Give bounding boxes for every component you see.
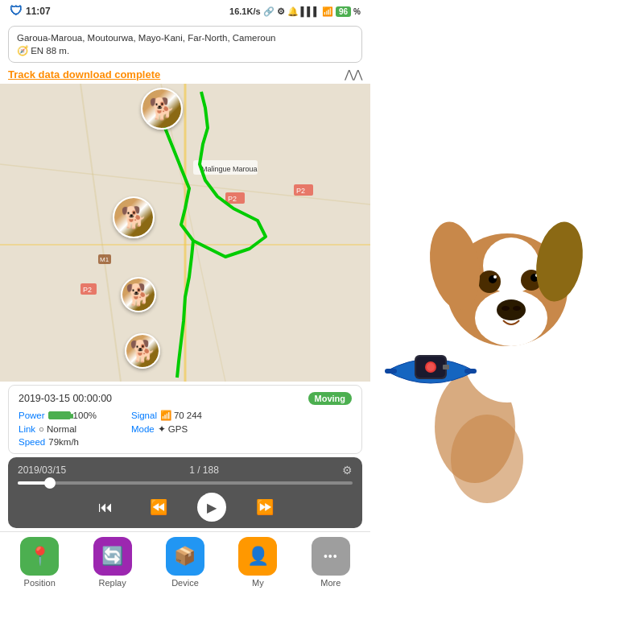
progress-bar[interactable] bbox=[18, 481, 353, 485]
mode-gps-icon: ✦ bbox=[158, 423, 166, 435]
rewind-button[interactable]: ⏮ bbox=[91, 493, 120, 522]
svg-rect-41 bbox=[443, 365, 449, 369]
dog-pin-1: 🐕 bbox=[141, 88, 183, 130]
gps-tracker-device bbox=[378, 335, 483, 411]
svg-text:P2: P2 bbox=[296, 187, 305, 195]
svg-rect-19 bbox=[499, 547, 523, 620]
nav-device[interactable]: 📦 Device bbox=[157, 537, 213, 588]
alarm-icon: 🔔 bbox=[287, 6, 299, 17]
mode-label: Mode bbox=[131, 424, 155, 434]
svg-text:P2: P2 bbox=[83, 286, 92, 294]
signal-icon: ▌▌▌ bbox=[301, 6, 320, 16]
nav-position[interactable]: 📍 Position bbox=[11, 537, 68, 588]
position-icon-wrap: 📍 bbox=[20, 537, 59, 576]
svg-rect-18 bbox=[459, 531, 483, 612]
power-value: 100% bbox=[48, 411, 97, 420]
replay-icon-wrap: 🔄 bbox=[93, 537, 132, 576]
nav-position-label: Position bbox=[24, 578, 56, 588]
nav-more-label: More bbox=[320, 578, 341, 588]
elevation-text: 🧭 EN 88 m. bbox=[17, 44, 353, 57]
info-panel: 2019-03-15 00:00:00 Moving Power 100% Si… bbox=[8, 385, 362, 454]
dog-pin-4: 🐕 bbox=[125, 333, 160, 369]
link-circle-icon: ○ bbox=[39, 424, 44, 434]
svg-point-36 bbox=[451, 415, 523, 503]
power-label: Power bbox=[19, 411, 45, 420]
more-icon-wrap: ••• bbox=[312, 537, 350, 576]
nav-device-label: Device bbox=[171, 578, 199, 588]
my-icon: 👤 bbox=[247, 546, 269, 567]
svg-text:Malingue Maroua: Malingue Maroua bbox=[201, 165, 258, 173]
status-bar: 🛡 11:07 16.1K/s 🔗 ⚙ 🔔 ▌▌▌ 📶 96 % bbox=[0, 0, 370, 23]
more-icon: ••• bbox=[324, 550, 338, 563]
nav-my[interactable]: 👤 My bbox=[229, 537, 286, 588]
map-svg: Malingue Maroua P2 P2 P2 M1 bbox=[0, 84, 370, 382]
svg-point-31 bbox=[497, 299, 526, 320]
svg-text:M1: M1 bbox=[100, 256, 109, 263]
mode-value: ✦ GPS bbox=[158, 423, 188, 435]
device-icon: 📦 bbox=[174, 546, 196, 567]
replay-icon: 🔄 bbox=[101, 546, 123, 567]
status-time: 11:07 bbox=[26, 6, 51, 17]
play-button[interactable]: ▶ bbox=[197, 493, 226, 522]
playback-count: 1 / 188 bbox=[189, 464, 219, 476]
page-container: 🛡 11:07 16.1K/s 🔗 ⚙ 🔔 ▌▌▌ 📶 96 % Garoua-… bbox=[0, 0, 644, 644]
skip-forward-button[interactable]: ⏩ bbox=[250, 493, 279, 522]
device-icon-wrap: 📦 bbox=[166, 537, 204, 576]
bluetooth-icon: 🔗 bbox=[263, 6, 275, 17]
track-banner-text[interactable]: Track data download complete bbox=[8, 68, 160, 80]
svg-text:P2: P2 bbox=[228, 195, 237, 203]
nav-my-label: My bbox=[252, 578, 264, 588]
network-speed: 16.1K/s bbox=[229, 6, 261, 16]
svg-point-33 bbox=[513, 306, 521, 311]
settings-gear-icon[interactable]: ⚙ bbox=[342, 464, 353, 477]
dog-pin-3: 🐕 bbox=[121, 277, 156, 312]
signal-value: 📶 70 244 bbox=[160, 410, 202, 421]
playback-panel: 2019/03/15 1 / 188 ⚙ ⏮ ⏪ ▶ ⏩ bbox=[8, 457, 362, 528]
signal-wifi-icon: 📶 bbox=[160, 410, 171, 421]
signal-label: Signal bbox=[131, 411, 157, 420]
track-banner: Track data download complete ⋀⋀ bbox=[0, 66, 370, 84]
link-value: ○ Normal bbox=[39, 424, 76, 434]
dog-pin-2: 🐕 bbox=[113, 196, 155, 238]
settings-icon: ⚙ bbox=[277, 6, 285, 17]
svg-rect-20 bbox=[531, 523, 554, 600]
dog-section bbox=[370, 0, 644, 644]
info-datetime: 2019-03-15 00:00:00 bbox=[19, 393, 112, 404]
svg-rect-42 bbox=[385, 369, 397, 374]
playback-date: 2019/03/15 bbox=[18, 464, 66, 476]
address-bar: Garoua-Maroua, Moutourwa, Mayo-Kani, Far… bbox=[8, 26, 362, 63]
compass-icon: 🧭 bbox=[17, 46, 28, 56]
nav-replay[interactable]: 🔄 Replay bbox=[85, 537, 141, 588]
info-rows: Power 100% Signal 📶 70 244 bbox=[19, 410, 352, 447]
svg-point-32 bbox=[502, 306, 510, 311]
address-text: Garoua-Maroua, Moutourwa, Mayo-Kani, Far… bbox=[17, 31, 353, 44]
svg-rect-43 bbox=[464, 369, 477, 374]
wifi-icon: 📶 bbox=[322, 6, 333, 17]
svg-point-29 bbox=[493, 275, 497, 279]
battery-level: 96 bbox=[336, 6, 351, 17]
battery-pct-sign: % bbox=[353, 7, 361, 16]
skip-back-button[interactable]: ⏪ bbox=[144, 493, 173, 522]
speed-label: Speed bbox=[19, 437, 45, 447]
my-icon-wrap: 👤 bbox=[238, 537, 277, 576]
phone-ui: 🛡 11:07 16.1K/s 🔗 ⚙ 🔔 ▌▌▌ 📶 96 % Garoua-… bbox=[0, 0, 370, 644]
bottom-nav: 📍 Position 🔄 Replay 📦 Device 👤 bbox=[0, 531, 370, 591]
track-banner-chevron[interactable]: ⋀⋀ bbox=[345, 68, 362, 80]
moving-badge: Moving bbox=[308, 392, 353, 405]
link-label: Link bbox=[19, 424, 35, 434]
app-logo-icon: 🛡 bbox=[10, 4, 23, 19]
battery-bar-indicator bbox=[48, 411, 71, 419]
nav-replay-label: Replay bbox=[98, 578, 126, 588]
progress-thumb[interactable] bbox=[44, 477, 56, 489]
map-area[interactable]: Malingue Maroua P2 P2 P2 M1 🐕 bbox=[0, 84, 370, 382]
svg-point-40 bbox=[427, 363, 435, 371]
playback-controls: ⏮ ⏪ ▶ ⏩ bbox=[18, 493, 353, 522]
position-icon: 📍 bbox=[29, 546, 51, 567]
nav-more[interactable]: ••• More bbox=[303, 537, 359, 588]
speed-value: 79km/h bbox=[48, 437, 79, 447]
